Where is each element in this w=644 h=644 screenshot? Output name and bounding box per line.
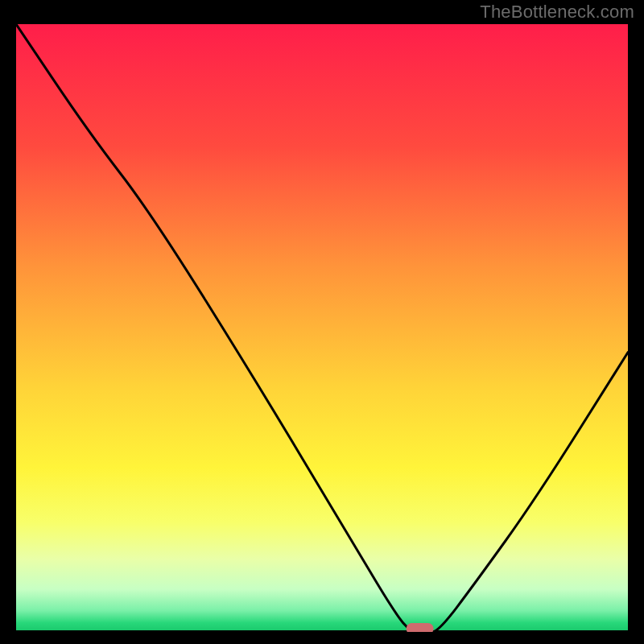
- chart-svg: [16, 24, 628, 632]
- plot-area: [16, 24, 628, 632]
- watermark-text: TheBottleneck.com: [480, 2, 634, 23]
- chart-frame: TheBottleneck.com: [0, 0, 644, 644]
- min-marker: [407, 623, 434, 632]
- gradient-rect: [16, 24, 628, 632]
